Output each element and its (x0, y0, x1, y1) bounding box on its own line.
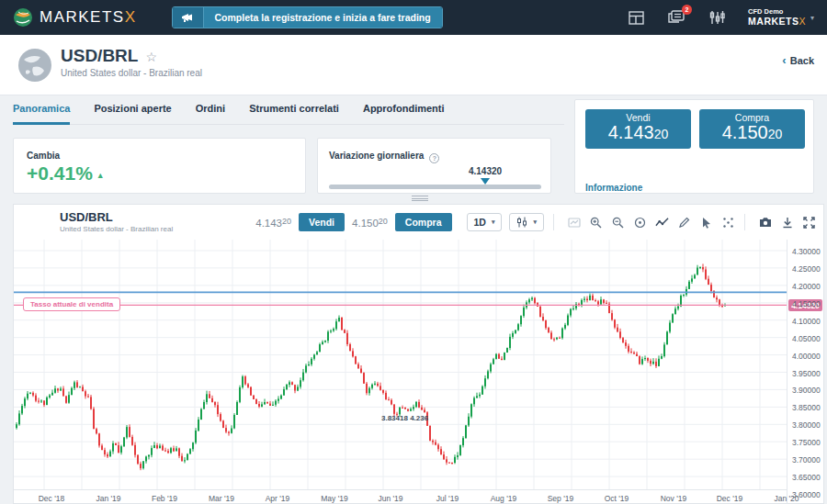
change-panel: Cambia +0.41%▲ (13, 138, 306, 194)
zoom-in-icon[interactable] (589, 216, 603, 230)
price-tick: 4.15000 (792, 299, 821, 308)
time-tick: Nov '19 (653, 494, 694, 503)
fullscreen-icon[interactable] (802, 216, 816, 230)
information-link[interactable]: Informazione (585, 183, 642, 193)
time-tick: Dec '19 (709, 494, 750, 503)
time-axis[interactable]: Dec '18Jan '19Feb '19Mar '19Apr '19May '… (14, 489, 787, 504)
time-tick: Dec '18 (31, 494, 72, 503)
candlestick-plot[interactable]: Tasso attuale di vendita 3.83418 4.236 (14, 240, 787, 489)
account-type: CFD Demo (748, 7, 806, 16)
line-tools-icon[interactable] (655, 216, 669, 230)
instruments-icon[interactable] (708, 9, 726, 26)
time-tick: Jan '20 (766, 494, 807, 503)
price-tick: 3.75000 (792, 438, 821, 447)
price-tick: 3.85000 (792, 403, 821, 412)
price-tick: 4.30000 (792, 247, 821, 256)
timeframe-dropdown[interactable]: 1D▾ (467, 213, 503, 231)
price-tick: 3.90000 (792, 386, 821, 395)
price-tick: 4.20000 (792, 282, 821, 291)
time-tick: Oct '19 (596, 494, 637, 503)
registration-banner[interactable]: Completa la registrazione e inizia a far… (172, 6, 443, 28)
chart-annotation: 3.83418 4.236 (381, 414, 428, 422)
chart-style-dropdown[interactable]: ▾ (509, 213, 544, 231)
price-tick: 3.95000 (792, 369, 821, 378)
banner-label: Completa la registrazione e inizia a far… (204, 7, 442, 28)
time-tick: Sep '19 (540, 494, 581, 503)
price-tick: 4.25000 (792, 264, 821, 274)
time-tick: Apr '19 (257, 494, 298, 503)
time-tick: Jul '19 (427, 494, 468, 503)
zoom-out-icon[interactable] (611, 216, 625, 230)
messages-icon[interactable]: 2 (667, 9, 685, 26)
chart-symbol: USD/BRL (60, 211, 173, 225)
slider-marker[interactable] (481, 178, 490, 185)
points-icon[interactable] (721, 216, 735, 230)
brand-logo[interactable]: MARKETSX (13, 7, 137, 28)
time-tick: Jun '19 (370, 494, 411, 503)
globe-logo-icon (13, 7, 33, 28)
tab-approfondimenti[interactable]: Approfondimenti (363, 103, 445, 116)
layout-icon[interactable] (627, 9, 645, 26)
divider (553, 214, 554, 230)
price-tick: 3.70000 (792, 455, 821, 465)
time-tick: Feb '19 (144, 494, 185, 503)
tab-strumenti-correlati[interactable]: Strumenti correlati (249, 103, 339, 116)
divider (744, 214, 745, 230)
change-value: +0.41%▲ (27, 162, 105, 185)
price-tick: 4.10000 (792, 317, 821, 326)
splitter-handle[interactable] (412, 196, 428, 201)
draw-icon[interactable] (677, 216, 691, 230)
chart-subtitle: United States dollar - Brazilian real (60, 225, 173, 233)
sell-button[interactable]: Vendi 4.14320 (585, 109, 691, 149)
instrument-subtitle: United States dollar - Brazilian real (61, 68, 202, 78)
chart-sell-button[interactable]: Vendi (299, 213, 345, 231)
price-tick: 3.80000 (792, 420, 821, 430)
account-brand: MARKETSX (748, 16, 806, 28)
buy-button[interactable]: Compra 4.15020 (699, 109, 805, 149)
trade-panel: Vendi 4.14320 Compra 4.15020 Informazion… (574, 99, 814, 194)
chart-header: USD/BRL United States dollar - Brazilian… (14, 205, 823, 240)
chart-buy-price: 4.15020 (352, 217, 388, 229)
chart-sell-price: 4.14320 (255, 217, 291, 229)
change-title: Cambia (27, 151, 60, 161)
up-arrow-icon: ▲ (96, 171, 105, 180)
time-tick: Aug '19 (483, 494, 524, 503)
price-axis[interactable]: 4.14320 4.300004.250004.200004.150004.10… (787, 240, 824, 504)
instrument-tabs: Panoramica Posizioni aperte Ordini Strum… (13, 103, 564, 125)
time-tick: Mar '19 (201, 494, 242, 503)
indicators-icon[interactable] (567, 216, 581, 230)
candlestick-svg (14, 240, 787, 489)
page-title: USD/BRL☆ (61, 46, 157, 66)
download-icon[interactable] (780, 216, 794, 230)
instrument-header: USD/BRL☆ United States dollar - Brazilia… (0, 35, 827, 95)
account-menu[interactable]: CFD Demo MARKETSX ▾ (748, 7, 814, 28)
topbar: MARKETSX Completa la registrazione e ini… (0, 0, 827, 35)
globe-icon (17, 47, 53, 84)
daily-range-panel: Variazione giornaliera? 4.14320 (317, 138, 551, 194)
cursor-icon[interactable] (699, 216, 713, 230)
tab-panoramica[interactable]: Panoramica (13, 103, 70, 116)
time-tick: Jan '19 (88, 494, 129, 503)
favorite-star-icon[interactable]: ☆ (145, 50, 157, 64)
price-tick: 4.00000 (792, 352, 821, 361)
price-tick: 3.65000 (792, 473, 821, 482)
candlestick-style-icon (516, 217, 527, 228)
snapshot-icon[interactable] (758, 216, 772, 230)
daily-range-title: Variazione giornaliera? (329, 151, 439, 163)
slider-value: 4.14320 (469, 166, 502, 176)
sell-line-label[interactable]: Tasso attuale di vendita (23, 297, 120, 311)
tab-posizioni-aperte[interactable]: Posizioni aperte (94, 103, 171, 116)
help-icon[interactable]: ? (429, 153, 439, 163)
chevron-down-icon: ▾ (492, 218, 495, 226)
daily-range-slider[interactable]: 4.14320 (329, 185, 541, 189)
chevron-down-icon: ▾ (533, 218, 537, 226)
chevron-down-icon: ▾ (810, 14, 814, 22)
chart-buy-button[interactable]: Compra (395, 213, 452, 231)
back-link[interactable]: ‹Back (782, 53, 814, 67)
zoom-reset-icon[interactable] (633, 216, 647, 230)
megaphone-icon (173, 7, 204, 28)
price-tick: 4.05000 (792, 334, 821, 343)
tab-ordini[interactable]: Ordini (196, 103, 225, 116)
time-tick: May '19 (314, 494, 355, 503)
notification-badge: 2 (682, 5, 692, 15)
